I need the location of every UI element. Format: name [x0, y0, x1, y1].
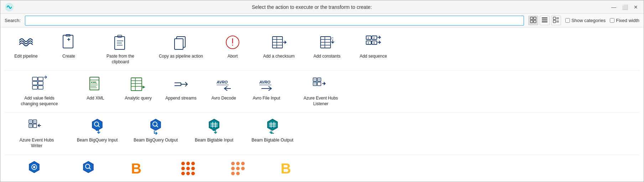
- svg-rect-86: [34, 121, 36, 123]
- svg-rect-89: [33, 124, 37, 128]
- action-copy-pipeline[interactable]: Copy as pipeline action: [151, 30, 211, 68]
- list-icon: [541, 17, 548, 23]
- azure-event-hubs-writer-label: Azure Event Hubs Writer: [14, 138, 60, 149]
- svg-rect-8: [553, 17, 556, 20]
- avro-file-input-label: Avro File Input: [253, 96, 280, 101]
- edit-pipeline-label: Edit pipeline: [14, 54, 37, 59]
- action-row4-item1[interactable]: [5, 156, 63, 182]
- add-constants-icon: C: [318, 33, 336, 52]
- row4-item3-icon: B: [129, 159, 147, 178]
- svg-rect-79: [318, 79, 320, 81]
- actions-row-1: Edit pipeline Create: [5, 30, 639, 68]
- svg-marker-65: [142, 86, 145, 89]
- avro-decode-icon: AVRO: [214, 75, 233, 93]
- azure-event-hubs-writer-icon: [27, 117, 46, 135]
- action-row4-item6[interactable]: B: [263, 156, 313, 182]
- svg-rect-3: [530, 20, 533, 23]
- add-sequence-label: Add sequence: [360, 54, 387, 59]
- row4-item4-icon: [179, 159, 197, 178]
- svg-text:AVRO: AVRO: [216, 80, 228, 84]
- abort-icon: [223, 33, 242, 52]
- title-bar: Select the action to execute or the tran…: [0, 0, 644, 14]
- actions-row-2: Add value fields changing sequence XML A: [5, 72, 639, 109]
- row-divider-1: [5, 70, 639, 71]
- fixed-width-label[interactable]: Fixed width: [616, 18, 639, 23]
- avro-decode-label: Avro Decode: [211, 96, 236, 101]
- avro-file-input-icon: AVRO: [257, 75, 276, 93]
- action-add-sequence[interactable]: 1 2 3 4 Add sequence: [350, 30, 396, 68]
- append-streams-label: Append streams: [165, 96, 196, 101]
- svg-rect-49: [32, 86, 37, 89]
- show-categories-label[interactable]: Show categories: [571, 18, 606, 23]
- search-label: Search:: [5, 18, 21, 23]
- action-create[interactable]: Create: [47, 30, 90, 68]
- svg-marker-93: [151, 119, 161, 130]
- action-beam-bigquery-output[interactable]: Beam BigQuery Output: [126, 114, 186, 151]
- action-add-checksum[interactable]: Add a checksum: [254, 30, 304, 68]
- compact-view-button[interactable]: [551, 16, 561, 25]
- action-azure-event-hubs-listener[interactable]: Azure Event Hubs Listener: [288, 72, 354, 109]
- action-row4-item4[interactable]: [163, 156, 213, 182]
- beam-bigquery-input-label: Beam BigQuery Input: [77, 138, 118, 143]
- action-abort[interactable]: Abort: [211, 30, 254, 68]
- beam-bigquery-output-icon: [146, 117, 165, 135]
- add-checksum-label: Add a checksum: [263, 54, 295, 59]
- copy-pipeline-icon: [172, 33, 190, 52]
- svg-rect-52: [38, 86, 43, 89]
- grid-icon: [530, 17, 536, 23]
- action-avro-file-input[interactable]: AVRO Avro File Input: [245, 72, 288, 109]
- action-beam-bigquery-input[interactable]: Beam BigQuery Input: [69, 114, 126, 151]
- show-categories-checkbox[interactable]: [565, 18, 570, 23]
- minimize-button[interactable]: —: [610, 4, 618, 11]
- svg-point-121: [181, 172, 185, 175]
- action-add-value-fields[interactable]: Add value fields changing sequence: [5, 72, 74, 109]
- close-button[interactable]: ✕: [632, 4, 639, 11]
- actions-row-4: B: [5, 156, 639, 182]
- action-add-xml[interactable]: XML Add XML: [74, 72, 117, 109]
- azure-event-hubs-listener-icon: [312, 75, 330, 93]
- svg-point-129: [241, 167, 245, 170]
- svg-point-123: [191, 172, 195, 175]
- restore-button[interactable]: ⬜: [620, 4, 629, 11]
- action-avro-decode[interactable]: AVRO Avro Decode: [202, 72, 245, 109]
- action-azure-event-hubs-writer[interactable]: Azure Event Hubs Writer: [5, 114, 69, 151]
- main-window: Select the action to execute or the tran…: [0, 0, 644, 182]
- analytic-query-icon: [129, 75, 147, 93]
- toolbar: Search:: [0, 14, 644, 27]
- action-add-constants[interactable]: C Add constants: [304, 30, 350, 68]
- action-row4-item5[interactable]: [213, 156, 263, 182]
- svg-point-126: [241, 162, 245, 165]
- action-edit-pipeline[interactable]: Edit pipeline: [5, 30, 47, 68]
- action-paste-clipboard[interactable]: Paste from the clipboard: [90, 30, 151, 68]
- svg-rect-84: [30, 121, 32, 123]
- svg-rect-14: [63, 35, 73, 48]
- paste-clipboard-icon: [111, 33, 130, 52]
- create-label: Create: [62, 54, 75, 59]
- fixed-width-checkbox[interactable]: [610, 18, 614, 23]
- svg-rect-1: [530, 17, 533, 20]
- grid-view-button[interactable]: [528, 16, 538, 25]
- svg-point-110: [33, 166, 35, 168]
- search-input[interactable]: [25, 16, 524, 26]
- action-beam-bigtable-output[interactable]: Beam Bigtable Output: [243, 114, 302, 151]
- action-beam-bigtable-input[interactable]: Beam Bigtable Input: [186, 114, 243, 151]
- abort-label: Abort: [228, 54, 238, 59]
- row4-item1-icon: [25, 159, 43, 178]
- action-analytic-query[interactable]: Analytic query: [117, 72, 160, 109]
- action-append-streams[interactable]: Append streams: [160, 72, 202, 109]
- list-view-button[interactable]: [540, 16, 550, 25]
- action-row4-item2[interactable]: [63, 156, 113, 182]
- action-row4-item3[interactable]: B: [113, 156, 163, 182]
- svg-text:AVRO: AVRO: [259, 80, 270, 84]
- view-controls: [528, 16, 561, 25]
- fixed-width-group: Fixed width: [610, 18, 639, 23]
- beam-bigtable-input-icon: [205, 117, 223, 135]
- svg-point-119: [186, 167, 190, 170]
- svg-point-125: [236, 162, 240, 165]
- beam-bigtable-output-icon: [263, 117, 282, 135]
- append-streams-icon: [172, 75, 190, 93]
- svg-point-120: [191, 167, 195, 170]
- compact-icon: [553, 17, 559, 23]
- add-value-fields-label: Add value fields changing sequence: [16, 96, 63, 107]
- svg-text:XML: XML: [90, 81, 98, 84]
